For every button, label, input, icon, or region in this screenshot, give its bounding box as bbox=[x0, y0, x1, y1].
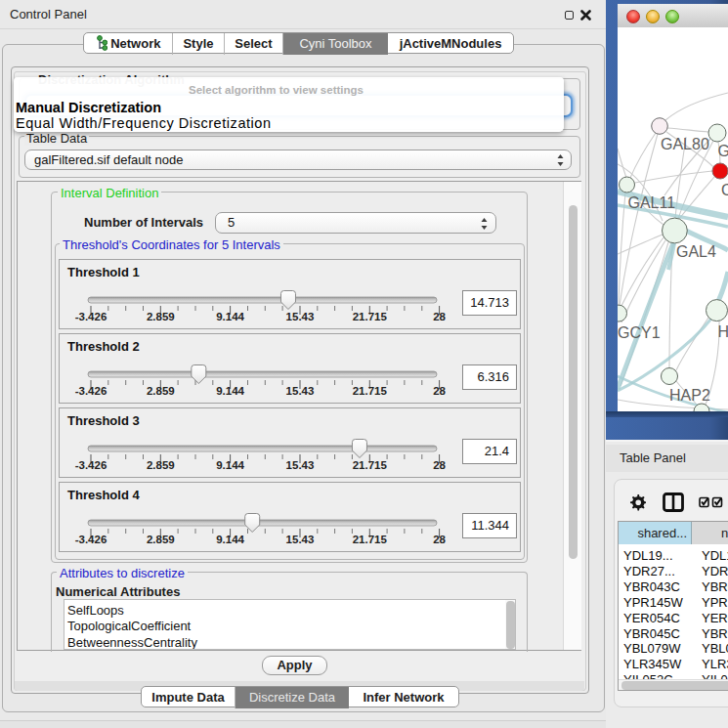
svg-text:H: H bbox=[718, 323, 728, 340]
svg-text:HAP2: HAP2 bbox=[669, 387, 710, 404]
svg-text:GCY1: GCY1 bbox=[618, 324, 661, 341]
svg-text:C.: C. bbox=[721, 182, 728, 198]
svg-text:GAL4: GAL4 bbox=[676, 243, 716, 260]
svg-text:G.: G. bbox=[718, 143, 728, 159]
svg-text:GAL11: GAL11 bbox=[628, 194, 676, 211]
svg-text:GAL80: GAL80 bbox=[661, 136, 709, 152]
